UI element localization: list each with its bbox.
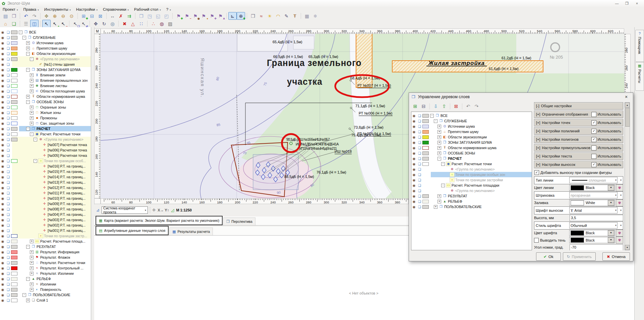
setting-control[interactable]: T -70 ▾ ▼	[570, 244, 623, 250]
calculations-tab[interactable]: ▦ Расчеты	[635, 62, 644, 91]
layer-tree-row[interactable]: ◉ ❏ + ⊻ Влияние земли	[0, 72, 91, 78]
print-layer-icon[interactable]: ❏	[5, 68, 11, 72]
layer-label[interactable]: ОСОБЫЕ ЗОНЫ	[448, 151, 475, 155]
layer-label[interactable]: Результат. Изолинии	[40, 271, 74, 275]
dialog-tree-row[interactable]: ◉ ❏ + Ŧ Области нормирования шума	[411, 145, 532, 150]
toolbar-button[interactable]: ❄	[311, 12, 319, 20]
view-tab[interactable]: ▦Карта (вариант расчета: Эколог-Шум. Вар…	[96, 216, 223, 225]
expand-toggle-icon[interactable]: +	[437, 200, 441, 203]
layer-label[interactable]: Расчет. Расчетные точки	[40, 132, 80, 136]
layer-label[interactable]: [№004] Р.Т. на границ...	[48, 212, 85, 216]
layer-color-swatch[interactable]	[422, 146, 429, 150]
toolbar-button[interactable]: ⊕✚	[237, 12, 245, 20]
expand-toggle-icon[interactable]: +	[30, 266, 34, 270]
layer-tree-row[interactable]: ◉ ❏ - ❒ ЗОНЫ ЗАТУХАНИЯ ШУМА	[0, 67, 91, 72]
toolbar-button[interactable]: ⊕	[51, 12, 59, 20]
layer-label[interactable]: <Группа по умолчанию>	[455, 189, 495, 193]
layer-color-swatch[interactable]	[11, 266, 17, 270]
dialog-tree-row[interactable]: ◉ ❏ + ❒ ПОЛЬЗОВАТЕЛЬСКИЕ	[411, 204, 532, 209]
layer-tree-row[interactable]: ◉ ❏ - ❒ ВСЕ	[0, 29, 91, 35]
layer-tree-row[interactable]: ◉ ❏ - ❒ ПОЛЬЗОВАТЕЛЬСКИЕ	[0, 292, 91, 298]
toolbar-button[interactable]: ◠	[274, 12, 282, 20]
window-button[interactable]: —	[612, 1, 622, 6]
layer-tree-row[interactable]: ◉ ❏ ✛ [№015] Р.Т. на границ...	[0, 169, 91, 174]
print-layer-icon[interactable]: ❏	[5, 159, 11, 163]
print-layer-icon[interactable]: ❏	[5, 143, 11, 147]
expand-toggle-icon[interactable]: -	[26, 68, 30, 72]
toolbar-button[interactable]: ❒	[249, 12, 257, 20]
toolbar-button[interactable]: △	[129, 20, 137, 27]
expand-toggle-icon[interactable]: -	[434, 119, 437, 123]
print-layer-icon[interactable]: ❏	[5, 116, 11, 120]
layer-tree-row[interactable]: ◉ ❏ ✛ [№016] Р.Т. на границ...	[0, 164, 91, 169]
expand-toggle-icon[interactable]: +	[26, 299, 30, 302]
dialog-tree-row[interactable]: ◉ ❏ - ◉ Расчет. Расчетные точки	[411, 161, 532, 167]
layer-color-swatch[interactable]	[422, 151, 429, 155]
dialog-tree-row[interactable]: ◉ ❏ ✲ <Группа по умолчанию>	[411, 167, 532, 172]
ok-button[interactable]: ✔Ok	[536, 252, 561, 261]
dialog-tree-row[interactable]: ◉ ❏ + ⊙ Источники шума	[411, 124, 532, 129]
dialog-tree-row[interactable]: ◉ ❏ + ⌂ Препятствия шуму	[411, 129, 532, 134]
layer-tree-row[interactable]: ◉ ❏ ✛ [№014] Р.Т. на границ...	[0, 174, 91, 180]
toolbar-button[interactable]: ◍	[158, 20, 166, 27]
print-layer-icon[interactable]: ❏	[417, 119, 422, 123]
layer-color-swatch[interactable]	[11, 100, 17, 104]
print-layer-icon[interactable]: ❏	[5, 165, 11, 168]
toolbar-button[interactable]: ⚑A	[216, 12, 225, 20]
use-checkbox[interactable]	[591, 129, 596, 134]
print-layer-icon[interactable]: ❏	[417, 130, 422, 134]
layer-tree-row[interactable]: ◉ ❏ - ✲ <Группа по умолчанию>	[0, 137, 91, 142]
layer-tree-row[interactable]: ◉ ❏ - ❒ РАСЧЕТ	[0, 126, 91, 131]
toolbar-button[interactable]: ❐	[137, 12, 145, 20]
print-layer-icon[interactable]: ❏	[417, 168, 422, 171]
settings-section-header[interactable]: [+]Настройки полилиний Использовать	[534, 127, 623, 135]
toolbar-button[interactable]: ⊞✚	[79, 12, 88, 20]
toolbar-button[interactable]: ▨	[166, 20, 174, 27]
print-layer-icon[interactable]: ❏	[5, 89, 11, 93]
layer-color-swatch[interactable]	[11, 234, 17, 238]
visibility-eye-icon[interactable]: ◉	[0, 186, 5, 190]
layer-label[interactable]: [№001] Р.Т. на границ...	[48, 229, 85, 233]
print-layer-icon[interactable]: ❏	[5, 223, 11, 227]
layer-tree-row[interactable]: ◉ ❏ + ■ Промзоны	[0, 115, 91, 121]
expand-toggle-icon[interactable]	[37, 148, 41, 152]
toolbar-button[interactable]: ∷	[137, 20, 145, 27]
layer-tree-row[interactable]: ◉ ❏ - ○ Точки по границам особ...	[0, 158, 91, 164]
visibility-eye-icon[interactable]: ◉	[0, 116, 5, 120]
menu-item[interactable]: Правка	[20, 7, 41, 12]
layer-tree-row[interactable]: ◉ ❏ - ❒ ОСОБЫЕ ЗОНЫ	[0, 99, 91, 105]
dialog-scrollbar[interactable]: ▲ ▼	[625, 102, 630, 250]
layer-color-swatch[interactable]	[422, 194, 429, 198]
toolbar-button[interactable]: ⚑✛	[208, 12, 216, 20]
layer-label[interactable]: <Группа по умолчанию>	[44, 137, 83, 141]
toolbar-button[interactable]: ☰	[22, 20, 30, 27]
print-layer-icon[interactable]: ❏	[5, 245, 11, 249]
dialog-tree-row[interactable]: ◉ ❏ ○ Точки по границам особых зон	[411, 172, 532, 177]
expand-toggle-icon[interactable]: +	[30, 261, 34, 265]
visibility-eye-icon[interactable]: ◉	[0, 181, 5, 184]
setting-control[interactable]: T Обычный ▾ ▼	[569, 222, 618, 229]
toolbar-button[interactable]: Ŧ	[291, 12, 299, 20]
setting-checkbox[interactable]	[534, 238, 539, 243]
palette-button[interactable]: ✾	[616, 230, 623, 237]
visibility-eye-icon[interactable]: ◉	[0, 127, 5, 131]
expand-toggle-icon[interactable]: +	[437, 135, 441, 139]
visibility-eye-icon[interactable]: ◉	[0, 106, 5, 109]
layer-label[interactable]: РЕЗУЛЬТАТ	[448, 194, 467, 198]
expand-toggle-icon[interactable]: -	[30, 132, 34, 136]
expand-toggle-icon[interactable]	[37, 191, 41, 195]
layer-label[interactable]: Промзоны	[40, 116, 57, 120]
layer-label[interactable]: Расчет. Расчетные площадки	[452, 183, 499, 187]
expand-toggle-icon[interactable]	[37, 197, 41, 200]
layer-color-swatch[interactable]	[11, 245, 17, 249]
layer-tree-row[interactable]: ◉ ❏ + ❏ Слой 1	[0, 298, 91, 303]
layer-label[interactable]: Препятствия шуму	[37, 46, 67, 50]
layer-label[interactable]: Точки по границам застр...	[44, 234, 87, 238]
layer-color-swatch[interactable]	[11, 41, 17, 45]
layer-label[interactable]: Источники шума	[448, 124, 475, 128]
toolbar-button[interactable]: ▤	[1, 12, 10, 20]
visibility-eye-icon[interactable]: ◉	[411, 157, 417, 161]
print-layer-icon[interactable]: ❏	[5, 256, 11, 259]
visibility-eye-icon[interactable]: ◉	[0, 89, 5, 93]
expand-toggle-icon[interactable]: -	[34, 138, 37, 141]
